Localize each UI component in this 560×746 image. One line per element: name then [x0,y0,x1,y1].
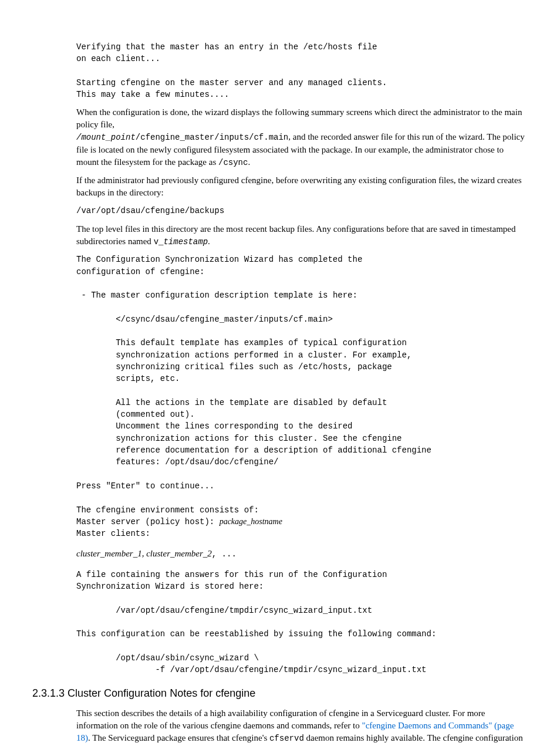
code-block-4: A file containing the answers for this r… [76,569,528,676]
para3-mono-italic-c: timestamp [163,237,208,247]
paragraph-3: The top level files in this directory ar… [76,223,528,248]
code-block-3-host: Master server (policy host): package_hos… [76,516,528,528]
code-block-3: The Configuration Synchronization Wizard… [76,254,528,516]
paragraph-4: This section describes the details of a … [76,707,528,746]
code3-host-prefix: Master server (policy host): [76,517,220,526]
para3-mono-b: v_ [154,237,164,247]
para1-text-a: When the configuration is done, the wiza… [76,107,522,129]
para1-mono-italic: /mount_point [76,133,136,142]
members-rest: , ... [212,549,237,559]
code-block-1: Verifying that the master has an entry i… [76,41,528,100]
para1-mono-d: /csync [218,158,248,167]
paragraph-2: If the administrator had previously conf… [76,174,528,199]
para3-text-d: . [208,237,210,246]
members-line: cluster_member_1, cluster_member_2, ... [76,548,528,560]
section-heading: 2.3.1.3 Cluster Configuration Notes for … [32,686,528,701]
para1-mono: /cfengine_master/inputs/cf.main [136,133,288,142]
para4-text-b: . The Serviceguard package ensures that … [88,733,269,742]
code-block-2: /var/opt/dsau/cfengine/backups [76,205,528,217]
code-block-3-clients: Master clients: [76,528,528,539]
para4-mono: cfservd [269,734,304,743]
paragraph-1: When the configuration is done, the wiza… [76,106,528,168]
para3-text-a: The top level files in this directory ar… [76,224,516,246]
para1-text-e: . [248,157,250,167]
members-italic: cluster_member_1, cluster_member_2 [76,549,212,558]
code3-host-italic: package_hostname [220,517,282,526]
